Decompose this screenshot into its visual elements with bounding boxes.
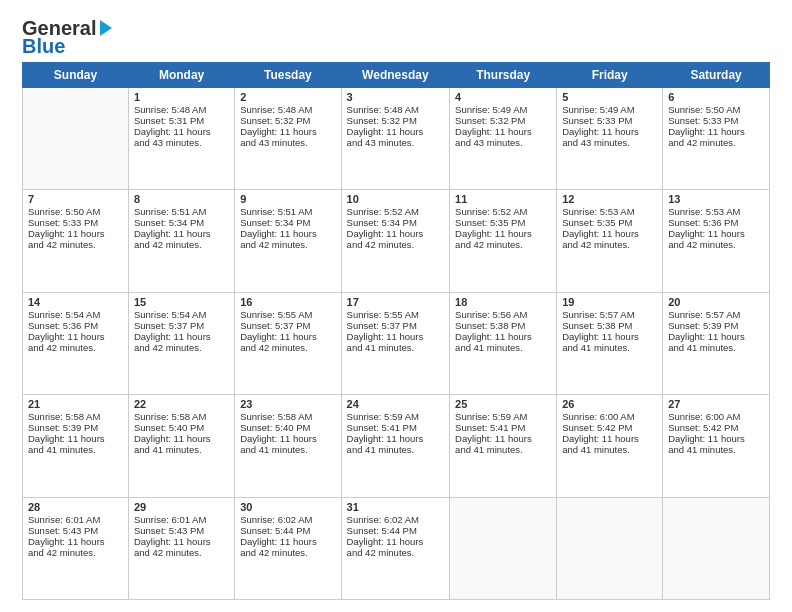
calendar-cell <box>450 497 557 599</box>
day-info: Sunrise: 5:51 AM <box>240 206 335 217</box>
day-info: and 42 minutes. <box>668 239 764 250</box>
day-info: Daylight: 11 hours <box>455 331 551 342</box>
calendar-cell: 17Sunrise: 5:55 AMSunset: 5:37 PMDayligh… <box>341 292 449 394</box>
calendar-cell: 15Sunrise: 5:54 AMSunset: 5:37 PMDayligh… <box>128 292 234 394</box>
day-info: and 42 minutes. <box>455 239 551 250</box>
day-info: and 42 minutes. <box>28 547 123 558</box>
day-number: 19 <box>562 296 657 308</box>
day-info: Daylight: 11 hours <box>134 433 229 444</box>
day-info: Daylight: 11 hours <box>240 228 335 239</box>
day-number: 21 <box>28 398 123 410</box>
calendar-cell: 21Sunrise: 5:58 AMSunset: 5:39 PMDayligh… <box>23 395 129 497</box>
day-info: Daylight: 11 hours <box>668 331 764 342</box>
calendar-cell: 31Sunrise: 6:02 AMSunset: 5:44 PMDayligh… <box>341 497 449 599</box>
day-info: and 42 minutes. <box>134 342 229 353</box>
day-info: Daylight: 11 hours <box>668 228 764 239</box>
day-number: 2 <box>240 91 335 103</box>
day-info: Sunrise: 6:00 AM <box>668 411 764 422</box>
day-info: Sunrise: 5:55 AM <box>240 309 335 320</box>
day-info: Daylight: 11 hours <box>347 433 444 444</box>
day-info: Daylight: 11 hours <box>347 331 444 342</box>
day-info: and 42 minutes. <box>28 342 123 353</box>
day-info: Daylight: 11 hours <box>562 433 657 444</box>
day-info: Sunrise: 5:59 AM <box>455 411 551 422</box>
day-info: and 41 minutes. <box>668 342 764 353</box>
day-info: Daylight: 11 hours <box>347 126 444 137</box>
day-info: Sunset: 5:40 PM <box>240 422 335 433</box>
day-info: Daylight: 11 hours <box>562 228 657 239</box>
calendar-cell: 24Sunrise: 5:59 AMSunset: 5:41 PMDayligh… <box>341 395 449 497</box>
day-info: Sunset: 5:38 PM <box>562 320 657 331</box>
day-info: Daylight: 11 hours <box>240 536 335 547</box>
day-info: Sunset: 5:40 PM <box>134 422 229 433</box>
day-info: Sunrise: 6:00 AM <box>562 411 657 422</box>
calendar-body: 1Sunrise: 5:48 AMSunset: 5:31 PMDaylight… <box>23 88 770 600</box>
day-info: Sunrise: 6:01 AM <box>134 514 229 525</box>
day-number: 6 <box>668 91 764 103</box>
day-number: 20 <box>668 296 764 308</box>
calendar-cell: 26Sunrise: 6:00 AMSunset: 5:42 PMDayligh… <box>557 395 663 497</box>
day-info: and 41 minutes. <box>347 444 444 455</box>
calendar-cell <box>663 497 770 599</box>
day-info: Sunset: 5:34 PM <box>240 217 335 228</box>
day-info: Daylight: 11 hours <box>455 433 551 444</box>
calendar-header-row: SundayMondayTuesdayWednesdayThursdayFrid… <box>23 63 770 88</box>
page: General Blue SundayMondayTuesdayWednesda… <box>0 0 792 612</box>
day-number: 5 <box>562 91 657 103</box>
day-number: 29 <box>134 501 229 513</box>
day-info: Daylight: 11 hours <box>668 126 764 137</box>
day-number: 4 <box>455 91 551 103</box>
day-number: 25 <box>455 398 551 410</box>
day-info: Daylight: 11 hours <box>347 228 444 239</box>
calendar-cell: 14Sunrise: 5:54 AMSunset: 5:36 PMDayligh… <box>23 292 129 394</box>
day-info: Daylight: 11 hours <box>134 126 229 137</box>
day-info: Sunset: 5:32 PM <box>455 115 551 126</box>
day-info: Sunset: 5:42 PM <box>562 422 657 433</box>
calendar-cell: 29Sunrise: 6:01 AMSunset: 5:43 PMDayligh… <box>128 497 234 599</box>
day-info: Sunrise: 5:58 AM <box>240 411 335 422</box>
calendar-cell: 6Sunrise: 5:50 AMSunset: 5:33 PMDaylight… <box>663 88 770 190</box>
day-info: Sunrise: 5:48 AM <box>347 104 444 115</box>
day-number: 24 <box>347 398 444 410</box>
day-info: and 42 minutes. <box>240 547 335 558</box>
day-info: Sunset: 5:37 PM <box>134 320 229 331</box>
calendar-cell: 23Sunrise: 5:58 AMSunset: 5:40 PMDayligh… <box>235 395 341 497</box>
day-info: Sunrise: 5:49 AM <box>562 104 657 115</box>
day-info: Sunset: 5:34 PM <box>134 217 229 228</box>
calendar-cell: 1Sunrise: 5:48 AMSunset: 5:31 PMDaylight… <box>128 88 234 190</box>
calendar-cell: 3Sunrise: 5:48 AMSunset: 5:32 PMDaylight… <box>341 88 449 190</box>
day-info: Sunrise: 5:48 AM <box>240 104 335 115</box>
week-row-1: 1Sunrise: 5:48 AMSunset: 5:31 PMDaylight… <box>23 88 770 190</box>
day-info: Sunrise: 6:01 AM <box>28 514 123 525</box>
day-info: Daylight: 11 hours <box>28 433 123 444</box>
calendar-cell: 22Sunrise: 5:58 AMSunset: 5:40 PMDayligh… <box>128 395 234 497</box>
calendar-header-thursday: Thursday <box>450 63 557 88</box>
day-info: Daylight: 11 hours <box>240 433 335 444</box>
day-info: Daylight: 11 hours <box>240 126 335 137</box>
header: General Blue <box>22 18 770 56</box>
day-info: Sunset: 5:35 PM <box>455 217 551 228</box>
day-info: Sunrise: 5:59 AM <box>347 411 444 422</box>
calendar-header-friday: Friday <box>557 63 663 88</box>
day-info: Sunrise: 5:49 AM <box>455 104 551 115</box>
week-row-5: 28Sunrise: 6:01 AMSunset: 5:43 PMDayligh… <box>23 497 770 599</box>
day-info: and 43 minutes. <box>240 137 335 148</box>
day-info: and 41 minutes. <box>455 342 551 353</box>
calendar-cell: 25Sunrise: 5:59 AMSunset: 5:41 PMDayligh… <box>450 395 557 497</box>
day-info: Sunrise: 5:54 AM <box>134 309 229 320</box>
day-info: Sunset: 5:33 PM <box>562 115 657 126</box>
calendar-cell: 19Sunrise: 5:57 AMSunset: 5:38 PMDayligh… <box>557 292 663 394</box>
day-info: Sunrise: 5:53 AM <box>668 206 764 217</box>
calendar-cell <box>23 88 129 190</box>
day-info: Daylight: 11 hours <box>668 433 764 444</box>
day-info: Daylight: 11 hours <box>134 536 229 547</box>
day-number: 30 <box>240 501 335 513</box>
day-number: 13 <box>668 193 764 205</box>
day-number: 11 <box>455 193 551 205</box>
day-info: Daylight: 11 hours <box>562 331 657 342</box>
day-info: Sunrise: 6:02 AM <box>240 514 335 525</box>
day-info: Sunset: 5:35 PM <box>562 217 657 228</box>
day-info: Sunset: 5:37 PM <box>347 320 444 331</box>
day-info: and 42 minutes. <box>240 342 335 353</box>
day-info: and 41 minutes. <box>134 444 229 455</box>
